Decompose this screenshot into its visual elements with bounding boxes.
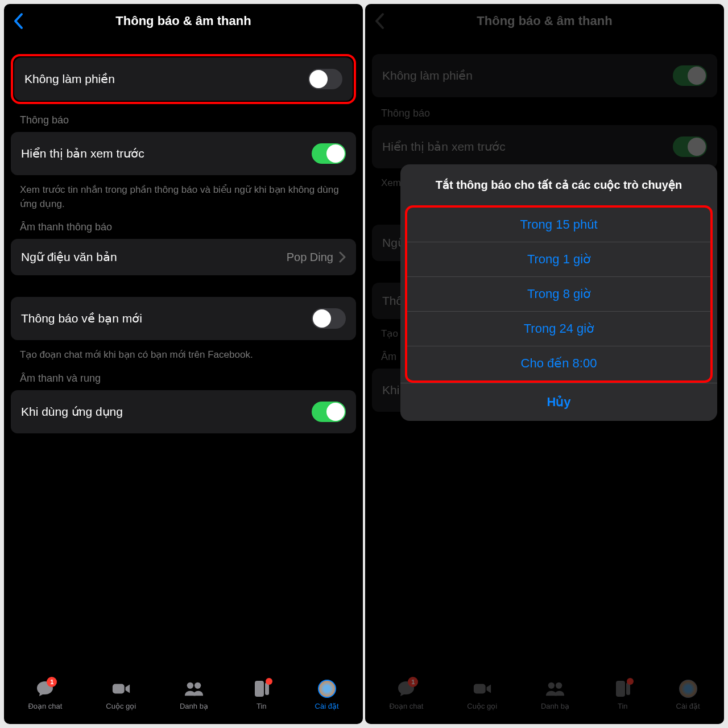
- preview-description: Xem trước tin nhắn trong phần thông báo …: [11, 175, 356, 211]
- option-until-8[interactable]: Cho đến 8:00: [407, 346, 710, 380]
- back-icon[interactable]: [13, 13, 23, 30]
- chevron-right-icon: [339, 251, 346, 263]
- tab-people[interactable]: Danh bạ: [180, 679, 208, 710]
- sheet-title: Tắt thông báo cho tất cả các cuộc trò ch…: [400, 164, 717, 205]
- video-camera-icon: [111, 679, 131, 698]
- svg-rect-3: [255, 681, 264, 697]
- row-new-friend-notification[interactable]: Thông báo về bạn mới: [11, 297, 356, 340]
- action-sheet: Tắt thông báo cho tất cả các cuộc trò ch…: [400, 164, 717, 421]
- row-preview[interactable]: Hiển thị bản xem trước: [11, 132, 356, 175]
- settings-content: Không làm phiền Thông báo Hiển thị bản x…: [4, 38, 363, 670]
- avatar-icon: [317, 679, 337, 698]
- row-label: Ngữ điệu văn bản: [21, 250, 117, 264]
- people-icon: [184, 679, 204, 698]
- svg-point-1: [187, 682, 193, 689]
- toggle-dnd[interactable]: [308, 69, 342, 89]
- phone-right: Thông báo & âm thanh Không làm phiền Thô…: [365, 4, 724, 724]
- section-notification-sound: Âm thanh thông báo: [11, 211, 356, 239]
- badge-count: 1: [47, 677, 57, 687]
- tab-label: Cài đặt: [315, 702, 339, 710]
- tab-label: Đoạn chat: [28, 702, 62, 710]
- stories-icon: [252, 679, 271, 698]
- page-title: Thông báo & âm thanh: [115, 14, 251, 28]
- tab-chats[interactable]: 1 Đoạn chat: [28, 679, 62, 710]
- tab-settings[interactable]: Cài đặt: [315, 679, 339, 710]
- row-label: Khi dùng ứng dụng: [21, 405, 123, 419]
- tab-label: Danh bạ: [180, 702, 208, 710]
- row-label: Hiển thị bản xem trước: [21, 147, 144, 160]
- tab-bar: 1 Đoạn chat Cuộc gọi Danh bạ Tin: [4, 670, 363, 724]
- row-in-app[interactable]: Khi dùng ứng dụng: [11, 390, 356, 433]
- section-sound-vibration: Âm thanh và rung: [11, 362, 356, 390]
- toggle-preview[interactable]: [312, 143, 346, 164]
- svg-point-2: [195, 682, 201, 689]
- row-do-not-disturb[interactable]: Không làm phiền: [14, 57, 353, 101]
- option-15-minutes[interactable]: Trong 15 phút: [407, 208, 710, 242]
- section-notifications: Thông báo: [11, 104, 356, 132]
- toggle-in-app[interactable]: [312, 402, 346, 422]
- chat-bubble-icon: 1: [35, 679, 55, 698]
- highlight-dnd: Không làm phiền: [11, 54, 356, 104]
- tab-stories[interactable]: Tin: [252, 679, 271, 710]
- cancel-button[interactable]: Hủy: [400, 383, 717, 421]
- option-8-hours[interactable]: Trong 8 giờ: [407, 276, 710, 311]
- option-1-hour[interactable]: Trong 1 giờ: [407, 242, 710, 276]
- phone-left: Thông báo & âm thanh Không làm phiền Thô…: [4, 4, 363, 724]
- header: Thông báo & âm thanh: [4, 4, 363, 38]
- tab-label: Tin: [257, 702, 267, 710]
- row-text-tone[interactable]: Ngữ điệu văn bản Pop Ding: [11, 239, 356, 275]
- new-friend-description: Tạo đoạn chat mới khi bạn có bạn mới trê…: [11, 340, 356, 362]
- tab-label: Cuộc gọi: [106, 702, 136, 710]
- notification-dot-icon: [266, 678, 272, 685]
- svg-rect-0: [113, 684, 125, 694]
- row-value: Pop Ding: [287, 251, 333, 264]
- highlight-options: Trong 15 phút Trong 1 giờ Trong 8 giờ Tr…: [405, 205, 713, 383]
- option-24-hours[interactable]: Trong 24 giờ: [407, 311, 710, 346]
- toggle-new-friend[interactable]: [312, 308, 346, 329]
- row-label: Thông báo về bạn mới: [21, 312, 142, 325]
- tab-calls[interactable]: Cuộc gọi: [106, 679, 136, 710]
- row-label: Không làm phiền: [24, 72, 115, 86]
